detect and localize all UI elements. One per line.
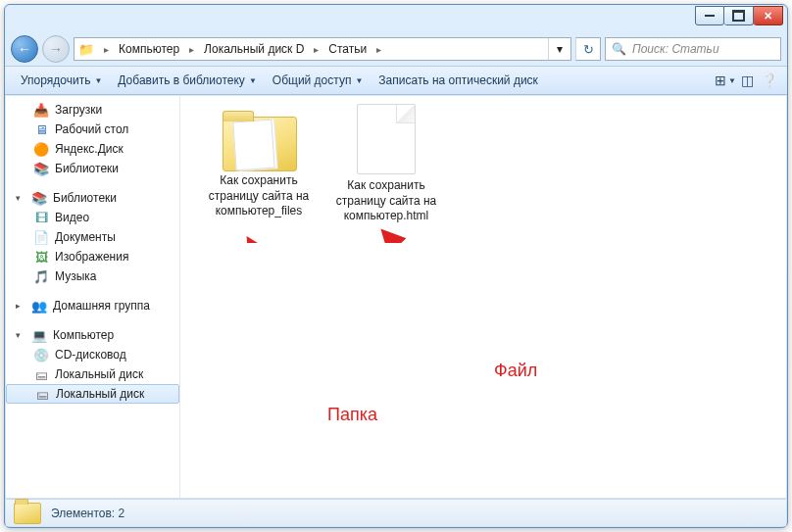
item-folder[interactable]: Как сохранить страницу сайта на компьюте… bbox=[200, 111, 318, 219]
preview-pane-button[interactable]: ◫ bbox=[736, 70, 758, 91]
share-button[interactable]: Общий доступ ▼ bbox=[265, 70, 371, 91]
tree-libraries-shortcut[interactable]: 📚 Библиотеки bbox=[6, 159, 179, 178]
file-icon bbox=[357, 104, 416, 174]
search-icon: 🔍 bbox=[612, 42, 626, 56]
chevron-down-icon: ▼ bbox=[728, 76, 736, 85]
tree-label: Видео bbox=[55, 211, 89, 224]
search-placeholder: Поиск: Статьи bbox=[632, 42, 719, 56]
tree-yandex-disk[interactable]: 🟠 Яндекс.Диск bbox=[6, 139, 179, 159]
tree-label: Библиотеки bbox=[55, 162, 119, 175]
main-area: 📥 Загрузки 🖥 Рабочий стол 🟠 Яндекс.Диск … bbox=[6, 96, 786, 498]
tree-label: Локальный диск bbox=[55, 367, 143, 381]
breadcrumb-folder-icon[interactable]: 📁 bbox=[74, 38, 102, 60]
chevron-down-icon: ▼ bbox=[94, 76, 102, 85]
desktop-icon: 🖥 bbox=[33, 121, 49, 137]
close-button[interactable] bbox=[754, 6, 783, 25]
status-text: Элементов: 2 bbox=[51, 507, 124, 520]
tree-computer-header[interactable]: ▾ 💻 Компьютер bbox=[6, 325, 179, 345]
nav-row: ← → 📁 ▸ Компьютер ▸ Локальный диск D ▸ С… bbox=[5, 32, 787, 66]
search-input[interactable]: 🔍 Поиск: Статьи bbox=[605, 37, 781, 61]
folder-icon: 📁 bbox=[78, 41, 94, 57]
tree-label: Библиотеки bbox=[53, 191, 117, 205]
refresh-button[interactable]: ↻ bbox=[575, 37, 601, 61]
pictures-icon: 🖼 bbox=[33, 249, 49, 265]
breadcrumb-computer[interactable]: Компьютер bbox=[111, 38, 187, 60]
pane-icon: ◫ bbox=[741, 73, 754, 88]
cd-icon: 💿 bbox=[33, 347, 49, 363]
libraries-icon: 📚 bbox=[31, 190, 47, 206]
folder-icon bbox=[14, 503, 41, 524]
forward-button[interactable]: → bbox=[42, 35, 70, 63]
burn-button[interactable]: Записать на оптический диск bbox=[371, 70, 546, 91]
add-to-library-button[interactable]: Добавить в библиотеку ▼ bbox=[110, 70, 264, 91]
documents-icon: 📄 bbox=[33, 229, 49, 245]
tree-label: Изображения bbox=[55, 250, 128, 264]
music-icon: 🎵 bbox=[33, 268, 49, 284]
tree-label: Загрузки bbox=[55, 103, 102, 117]
chevron-right-icon: ▸ bbox=[102, 44, 111, 55]
arrow-right-icon: → bbox=[49, 41, 63, 57]
chevron-right-icon: ▸ bbox=[187, 44, 196, 55]
tree-label: Яндекс.Диск bbox=[55, 142, 124, 156]
explorer-window: ← → 📁 ▸ Компьютер ▸ Локальный диск D ▸ С… bbox=[4, 4, 788, 528]
status-bar: Элементов: 2 bbox=[6, 499, 786, 526]
drive-icon: 🖴 bbox=[34, 386, 50, 402]
tree-desktop[interactable]: 🖥 Рабочий стол bbox=[6, 120, 179, 139]
tree-video[interactable]: 🎞 Видео bbox=[6, 208, 179, 227]
titlebar bbox=[5, 5, 787, 32]
tree-label: CD-дисковод bbox=[55, 348, 126, 362]
annotation-folder-label: Папка bbox=[327, 405, 377, 425]
view-options-button[interactable]: ⊞ ▼ bbox=[715, 70, 736, 91]
chevron-down-icon: ▼ bbox=[355, 76, 363, 85]
content-pane[interactable]: Как сохранить страницу сайта на компьюте… bbox=[180, 96, 786, 498]
breadcrumb-bar[interactable]: 📁 ▸ Компьютер ▸ Локальный диск D ▸ Стать… bbox=[74, 37, 571, 61]
help-button[interactable]: ❔ bbox=[758, 70, 779, 91]
annotation-file-label: Файл bbox=[494, 361, 537, 381]
tree-label: Рабочий стол bbox=[55, 122, 128, 136]
toolbar: Упорядочить ▼ Добавить в библиотеку ▼ Об… bbox=[5, 66, 787, 95]
expander-icon[interactable]: ▾ bbox=[16, 193, 25, 203]
minimize-button[interactable] bbox=[695, 6, 724, 25]
tree-label: Музыка bbox=[55, 269, 96, 283]
chevron-down-icon: ▼ bbox=[249, 76, 257, 85]
expander-icon[interactable]: ▸ bbox=[16, 301, 25, 311]
tree-libraries-header[interactable]: ▾ 📚 Библиотеки bbox=[6, 188, 179, 208]
tree-music[interactable]: 🎵 Музыка bbox=[6, 266, 179, 286]
tree-cd-drive[interactable]: 💿 CD-дисковод bbox=[6, 345, 179, 364]
tree-downloads[interactable]: 📥 Загрузки bbox=[6, 100, 179, 120]
refresh-icon: ↻ bbox=[583, 42, 594, 57]
tree-label: Документы bbox=[55, 230, 116, 244]
tree-homegroup-header[interactable]: ▸ 👥 Домашняя группа bbox=[6, 296, 179, 315]
organize-button[interactable]: Упорядочить ▼ bbox=[13, 70, 110, 91]
tree-local-disk-2[interactable]: 🖴 Локальный диск bbox=[6, 384, 179, 404]
libraries-icon: 📚 bbox=[33, 161, 49, 176]
item-label: Как сохранить страницу сайта на компьюте… bbox=[200, 173, 318, 219]
downloads-icon: 📥 bbox=[33, 102, 49, 118]
video-icon: 🎞 bbox=[33, 210, 49, 225]
tree-label: Локальный диск bbox=[56, 387, 144, 401]
tree-pictures[interactable]: 🖼 Изображения bbox=[6, 247, 179, 266]
breadcrumb-drive[interactable]: Локальный диск D bbox=[196, 38, 312, 60]
tree-label: Домашняя группа bbox=[53, 299, 150, 313]
computer-icon: 💻 bbox=[31, 327, 47, 343]
item-label: Как сохранить страницу сайта на компьюте… bbox=[327, 178, 445, 224]
chevron-right-icon: ▸ bbox=[312, 44, 321, 55]
back-button[interactable]: ← bbox=[11, 35, 38, 63]
view-icon: ⊞ bbox=[715, 73, 726, 88]
item-file[interactable]: Как сохранить страницу сайта на компьюте… bbox=[327, 104, 445, 224]
maximize-button[interactable] bbox=[724, 6, 754, 25]
homegroup-icon: 👥 bbox=[31, 298, 47, 314]
organize-label: Упорядочить bbox=[21, 73, 90, 87]
burn-label: Записать на оптический диск bbox=[378, 73, 538, 87]
breadcrumb-folder[interactable]: Статьи bbox=[321, 38, 374, 60]
tree-documents[interactable]: 📄 Документы bbox=[6, 227, 179, 247]
tree-label: Компьютер bbox=[53, 328, 114, 342]
folder-icon bbox=[221, 111, 297, 169]
nav-pane[interactable]: 📥 Загрузки 🖥 Рабочий стол 🟠 Яндекс.Диск … bbox=[6, 96, 180, 498]
expander-icon[interactable]: ▾ bbox=[16, 330, 25, 340]
breadcrumb-dropdown[interactable]: ▾ bbox=[548, 38, 570, 60]
chevron-right-icon: ▸ bbox=[374, 44, 383, 55]
help-icon: ❔ bbox=[761, 73, 777, 88]
tree-local-disk-1[interactable]: 🖴 Локальный диск bbox=[6, 364, 179, 384]
arrow-left-icon: ← bbox=[18, 41, 31, 57]
